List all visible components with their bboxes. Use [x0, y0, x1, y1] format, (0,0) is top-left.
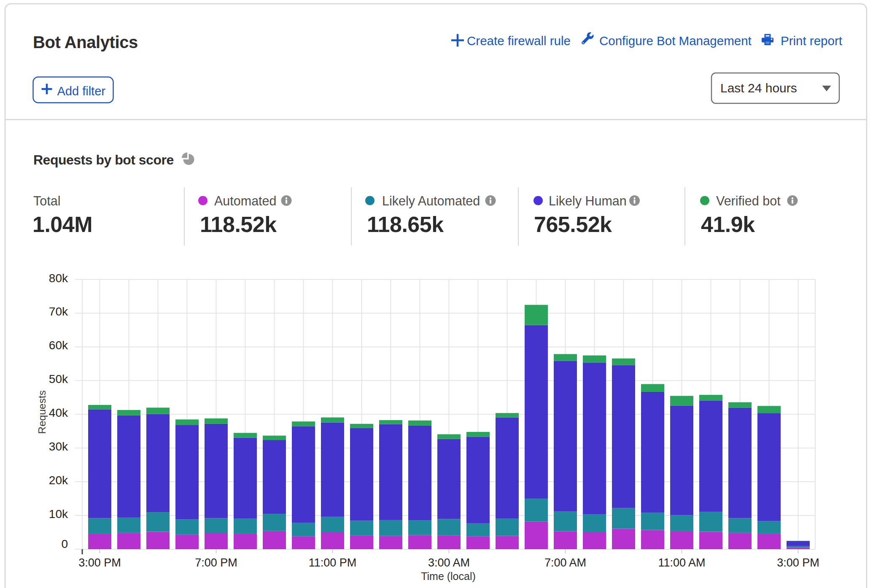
svg-text:Create firewall rule: Create firewall rule — [467, 34, 571, 48]
svg-text:10k: 10k — [49, 507, 68, 521]
svg-text:3:00 PM: 3:00 PM — [78, 556, 121, 569]
svg-text:30k: 30k — [49, 440, 68, 453]
svg-text:Bot Analytics: Bot Analytics — [33, 33, 138, 51]
svg-text:Configure Bot Management: Configure Bot Management — [599, 34, 752, 48]
svg-text:60k: 60k — [49, 339, 68, 352]
svg-text:11:00 AM: 11:00 AM — [658, 556, 705, 569]
svg-text:Last 24 hours: Last 24 hours — [720, 81, 797, 95]
svg-text:118.65k: 118.65k — [367, 212, 444, 237]
svg-text:50k: 50k — [49, 372, 68, 386]
svg-text:Requests: Requests — [36, 390, 48, 434]
svg-text:11:00 PM: 11:00 PM — [309, 556, 357, 569]
svg-text:80k: 80k — [49, 272, 68, 285]
svg-text:0: 0 — [61, 537, 68, 550]
svg-text:Add filter: Add filter — [57, 84, 106, 98]
svg-text:Likely Human: Likely Human — [549, 194, 627, 208]
svg-text:118.52k: 118.52k — [200, 212, 277, 237]
svg-text:Requests by bot score: Requests by bot score — [33, 152, 174, 167]
svg-text:1.04M: 1.04M — [32, 212, 92, 237]
svg-text:41.9k: 41.9k — [701, 212, 755, 237]
svg-text:3:00 PM: 3:00 PM — [777, 556, 819, 569]
svg-text:Print report: Print report — [781, 34, 842, 48]
svg-text:20k: 20k — [49, 474, 68, 487]
svg-text:Automated: Automated — [214, 194, 277, 208]
svg-text:Total: Total — [33, 194, 60, 208]
svg-text:Verified bot: Verified bot — [716, 194, 781, 208]
svg-text:7:00 AM: 7:00 AM — [544, 556, 586, 569]
svg-text:765.52k: 765.52k — [534, 212, 612, 237]
svg-text:40k: 40k — [49, 406, 68, 419]
svg-text:7:00 PM: 7:00 PM — [195, 556, 237, 569]
svg-text:Time (local): Time (local) — [421, 570, 476, 582]
svg-text:3:00 AM: 3:00 AM — [428, 556, 470, 569]
svg-text:70k: 70k — [49, 305, 68, 318]
svg-text:Likely Automated: Likely Automated — [382, 194, 480, 208]
